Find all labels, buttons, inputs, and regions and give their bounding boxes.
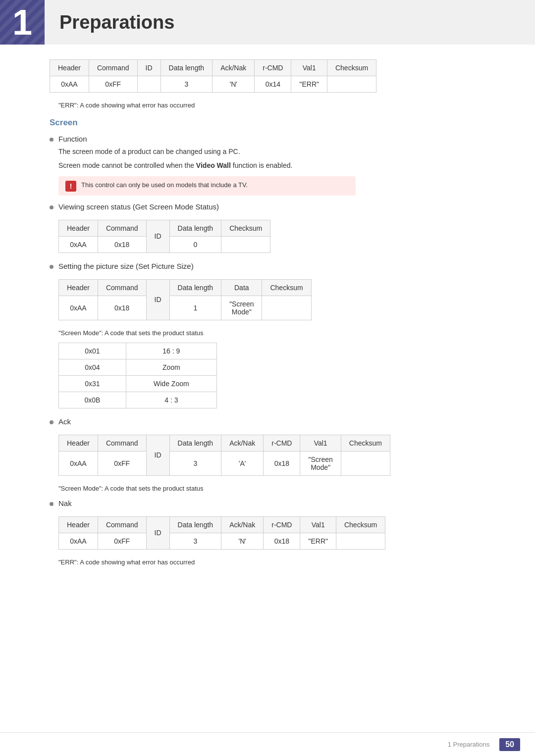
chapter-title: Preparations [45, 0, 535, 45]
err-note-2: "ERR": A code showing what error has occ… [58, 558, 485, 566]
error-response-table: Header Command ID Data length Ack/Nak r-… [50, 59, 376, 93]
ack-note: "Screen Mode": A code that sets the prod… [58, 485, 485, 492]
screen-mode-codes-table: 0x01 16 : 9 0x04 Zoom 0x31 Wide Zoom 0x0… [58, 343, 217, 408]
err-note-1: "ERR": A code showing what error has occ… [58, 101, 485, 109]
table-row: 0xAA 0xFF 3 'N' 0x14 "ERR" [50, 76, 376, 93]
function-bullet: Function [50, 135, 485, 143]
bullet-dot-5 [50, 502, 54, 506]
bullet-dot-4 [50, 420, 54, 424]
notice-icon: ! [65, 181, 76, 192]
ack-bullet: Ack [50, 417, 485, 426]
set-screen-table: Header Command ID Data length Data Check… [58, 279, 312, 320]
table-row: 0x01 16 : 9 [59, 343, 217, 359]
function-para1: The screen mode of a product can be chan… [58, 146, 485, 157]
table-row: 0x0B 4 : 3 [59, 392, 217, 408]
col-header-acknak: Ack/Nak [213, 60, 255, 76]
setting-picture-bullet: Setting the picture size (Set Picture Si… [50, 262, 485, 270]
notice-box: ! This control can only be used on model… [58, 176, 356, 196]
viewing-screen-label: Viewing screen status (Get Screen Mode S… [58, 202, 219, 211]
chapter-number: 1 [0, 0, 45, 45]
notice-text: This control can only be used on models … [81, 180, 248, 190]
page-content: Header Command ID Data length Ack/Nak r-… [0, 59, 535, 610]
bullet-dot-2 [50, 205, 54, 209]
nak-label: Nak [58, 499, 72, 507]
col-header-header: Header [50, 60, 89, 76]
nak-table: Header Command ID Data length Ack/Nak r-… [58, 516, 385, 550]
viewing-screen-bullet: Viewing screen status (Get Screen Mode S… [50, 202, 485, 211]
setting-picture-label: Setting the picture size (Set Picture Si… [58, 262, 194, 270]
footer-page-number: 50 [499, 738, 520, 751]
col-header-val1: Val1 [291, 60, 327, 76]
chapter-header: 1 Preparations [0, 0, 535, 45]
table-row: 0x04 Zoom [59, 359, 217, 375]
function-para2: Screen mode cannot be controlled when th… [58, 160, 485, 171]
function-label: Function [58, 135, 87, 143]
bullet-dot-3 [50, 265, 54, 269]
col-header-datalength: Data length [160, 60, 213, 76]
page-footer: 1 Preparations 50 [0, 732, 535, 756]
screen-section-title: Screen [50, 118, 485, 128]
footer-chapter-label: 1 Preparations [448, 741, 490, 748]
ack-label: Ack [58, 417, 71, 426]
get-screen-table: Header Command ID Data length Checksum 0… [58, 220, 270, 253]
col-header-id: ID [137, 60, 160, 76]
col-header-rcmd: r-CMD [255, 60, 291, 76]
col-header-checksum: Checksum [327, 60, 376, 76]
bullet-dot [50, 138, 54, 142]
nak-bullet: Nak [50, 499, 485, 507]
ack-table: Header Command ID Data length Ack/Nak r-… [58, 435, 390, 476]
screen-mode-note: "Screen Mode": A code that sets the prod… [58, 329, 485, 337]
table-row: 0x31 Wide Zoom [59, 375, 217, 392]
col-header-command: Command [89, 60, 137, 76]
